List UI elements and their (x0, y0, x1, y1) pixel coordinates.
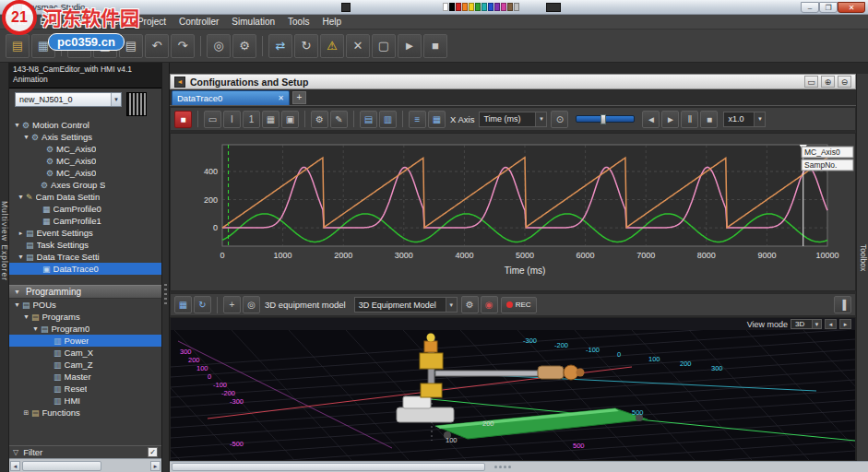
tree-item-axis-settings[interactable]: ▼⚙Axis Settings (9, 131, 161, 143)
trace-settings-icon[interactable]: ⚙ (311, 111, 328, 128)
scroll-right-icon[interactable]: ► (150, 461, 161, 471)
pointer-tool-icon[interactable]: ▭ (204, 111, 221, 128)
playback-speed-select[interactable]: x1.0 ▼ (723, 112, 766, 127)
programming-section-header[interactable]: ▼ Programming (9, 285, 161, 299)
model-rotate-icon[interactable]: ↻ (194, 296, 211, 313)
expander-icon[interactable]: ▼ (13, 122, 21, 128)
device-select[interactable]: new_NJ501_0 ▼ (15, 92, 122, 107)
expander-icon[interactable]: ▸ (17, 230, 25, 237)
expander-icon[interactable]: ▼ (17, 254, 25, 260)
trace-edit-icon[interactable]: ✎ (330, 111, 348, 128)
add-tab-button[interactable]: + (292, 91, 306, 104)
tree-item-cam-data-settin[interactable]: ▼✎Cam Data Settin (9, 191, 161, 203)
select-region-icon[interactable]: ▭ (804, 76, 818, 88)
slider-thumb[interactable] (600, 114, 606, 124)
tree-item-cam-x[interactable]: ▥Cam_X (9, 347, 161, 359)
tree-item-mc-axis0[interactable]: ⚙MC_Axis0 (9, 143, 161, 155)
split-view-icon[interactable]: ▦ (428, 111, 446, 128)
tree-item-cam-z[interactable]: ▥Cam_Z (9, 359, 161, 371)
3d-model-canvas[interactable]: 3002001000-100-200-300-500500-300-200-10… (171, 330, 855, 460)
tree-item-pous[interactable]: ▼▤POUs (9, 299, 161, 311)
undo-icon[interactable]: ↶ (145, 34, 169, 58)
time-cursor-icon[interactable]: ⊙ (551, 111, 568, 128)
tab-datatrace0[interactable]: DataTrace0 ✕ (172, 90, 290, 105)
tree-item-mc-axis0[interactable]: ⚙MC_Axis0 (9, 155, 161, 167)
tree-item-programs[interactable]: ▼▤Programs (9, 311, 161, 323)
expander-icon[interactable]: ▼ (17, 194, 25, 200)
expander-icon[interactable]: ▼ (13, 289, 21, 295)
tree-item-hmi[interactable]: ▥HMI (9, 395, 161, 407)
menu-controller[interactable]: Controller (172, 16, 225, 28)
maximize-button[interactable]: ❐ (819, 2, 838, 13)
legend-toggle-icon[interactable]: ▣ (281, 111, 299, 128)
expander-icon[interactable]: ▼ (22, 134, 30, 140)
3d-model-view[interactable]: View mode 3D ▼ ◂ ▸ 3002001000-100-200-30… (170, 317, 856, 461)
menu-simulation[interactable]: Simulation (225, 16, 281, 28)
redo-icon[interactable]: ↷ (171, 34, 195, 58)
menu-help[interactable]: Help (315, 16, 348, 28)
x-axis-select[interactable]: Time (ms) ▼ (479, 112, 547, 127)
tree-item-functions[interactable]: ⊞▤Functions (9, 407, 161, 419)
toolbox-rail[interactable]: Toolbox (856, 74, 868, 461)
minimize-button[interactable]: – (801, 2, 819, 13)
panel-splitter[interactable] (162, 63, 170, 472)
warning-icon[interactable]: ⚠ (320, 34, 344, 58)
view-mode-select[interactable]: 3D ▼ (791, 319, 822, 329)
data-trace-chart[interactable]: 0100020003000400050006000700080009000100… (171, 134, 855, 290)
close-button[interactable]: ✕ (838, 2, 865, 13)
expander-icon[interactable]: ▼ (13, 301, 21, 308)
multiview-explorer-rail[interactable]: Multiview Explorer (0, 63, 9, 472)
zoom-in-icon[interactable]: ⊕ (821, 76, 835, 88)
grid-toggle-icon[interactable]: ▦ (262, 111, 279, 128)
tree-item-mc-axis0[interactable]: ⚙MC_Axis0 (9, 167, 161, 179)
view-prev-icon[interactable]: ◂ (825, 319, 837, 329)
tree-item-data-trace-setti[interactable]: ▼▤Data Trace Setti (9, 251, 161, 263)
error-check-icon[interactable]: ✕ (346, 34, 370, 58)
horizontal-scrollbar[interactable] (170, 461, 868, 472)
model-select[interactable]: 3D Equipment Model ▼ (354, 297, 458, 313)
expander-icon[interactable]: ▼ (31, 325, 40, 332)
playback-position-slider[interactable] (576, 115, 635, 123)
device-compare-button[interactable] (126, 92, 147, 116)
tree-item-program0[interactable]: ▼▤Program0 (9, 323, 161, 335)
cursor-tool-icon[interactable]: I (223, 111, 241, 128)
tree-item-event-settings[interactable]: ▸▤Event Settings (9, 227, 161, 239)
zoom-out-icon[interactable]: ⊖ (838, 76, 851, 88)
side-panel-toggle-icon[interactable]: ▐ (834, 296, 851, 313)
menu-tools[interactable]: Tools (281, 16, 315, 28)
filter-checkbox[interactable]: ✓ (148, 447, 158, 457)
stop-button[interactable]: ■ (700, 111, 718, 128)
scrollbar-handle[interactable] (22, 461, 101, 471)
tree-item-motion-control[interactable]: ▼⚙Motion Control (9, 119, 161, 131)
model-pan-icon[interactable]: + (223, 296, 241, 313)
chart-type-1-icon[interactable]: ▤ (360, 111, 377, 128)
run-icon[interactable]: ► (398, 34, 422, 58)
back-icon[interactable]: ◄ (174, 77, 185, 88)
tree-item-task-settings[interactable]: ▤Task Settings (9, 239, 161, 251)
stop-trace-button[interactable]: ■ (174, 111, 192, 128)
expander-icon[interactable]: ▼ (22, 313, 30, 320)
chart-type-2-icon[interactable]: ▥ (379, 111, 397, 128)
scrollbar-handle[interactable] (172, 463, 485, 471)
stop-icon[interactable]: ■ (423, 34, 447, 58)
build-icon[interactable]: ⚙ (232, 34, 256, 58)
marker-tool-icon[interactable]: 1 (243, 111, 260, 128)
tree-item-master[interactable]: ▥Master (9, 371, 161, 383)
open-project-icon[interactable]: ▤ (6, 34, 30, 58)
model-grid-icon[interactable]: ▦ (174, 296, 192, 313)
search-icon[interactable]: ◎ (207, 34, 231, 58)
tree-item-reset[interactable]: ▥Reset (9, 383, 161, 395)
play-button[interactable]: ► (661, 111, 679, 128)
sidebar-horizontal-scrollbar[interactable]: ◄ ► (9, 458, 161, 472)
tree-item-camprofile0[interactable]: ▦CamProfile0 (9, 203, 161, 215)
model-zoom-icon[interactable]: ◎ (243, 296, 260, 313)
tab-close-icon[interactable]: ✕ (278, 94, 284, 102)
tree-item-datatrace0[interactable]: ▣DataTrace0 (9, 263, 161, 275)
tree-item-camprofile1[interactable]: ▦CamProfile1 (9, 215, 161, 227)
expander-icon[interactable]: ⊞ (22, 409, 30, 417)
scroll-left-icon[interactable]: ◄ (10, 461, 20, 471)
view-next-icon[interactable]: ▸ (839, 319, 851, 329)
step-back-button[interactable]: ◄ (642, 111, 660, 128)
tree-item-axes-group-s[interactable]: ⚙Axes Group S (9, 179, 161, 191)
camera-icon[interactable]: ◉ (481, 296, 498, 313)
